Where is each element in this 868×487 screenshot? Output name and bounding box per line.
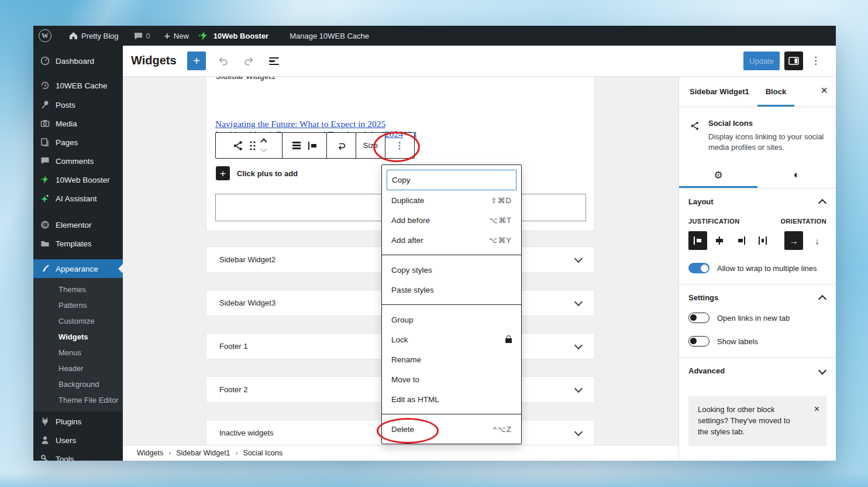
submenu-item-widgets[interactable]: Widgets [33,329,123,345]
submenu-item-themes[interactable]: Themes [33,282,123,297]
social-icons-block-icon[interactable] [232,140,244,152]
move-up-icon[interactable] [260,138,267,145]
redo-button[interactable] [243,56,254,68]
panel-tabs: Sidebar Widget1 Block × [679,76,836,107]
justify-center-button[interactable] [710,231,729,250]
open-links-new-tab-toggle[interactable] [688,313,709,323]
sidebar-item-pages[interactable]: Pages [33,133,123,152]
settings-panel-toggle-button[interactable] [784,52,803,70]
sidebar-item-10web-cache[interactable]: 10WEB Cache [33,76,123,95]
submenu-item-background[interactable]: Background [33,376,123,392]
menu-item-paste-styles[interactable]: Paste styles [382,280,521,300]
chevron-down-icon[interactable] [574,254,583,262]
orientation-vertical-button[interactable]: ↓ [808,231,826,250]
submenu-item-theme-file-editor[interactable]: Theme File Editor [33,392,123,408]
sidebar-item-10web-booster[interactable]: 10Web Booster [33,170,123,189]
comments-shortcut[interactable]: 0 [134,32,150,40]
site-name-link[interactable]: Pretty Blog [69,32,119,40]
elementor-icon [40,220,50,229]
show-labels-toggle[interactable] [688,336,709,347]
new-content-button[interactable]: + New [164,31,189,41]
update-button[interactable]: Update [743,52,780,70]
annotation-circle-options-button [373,132,420,162]
options-menu-button[interactable]: ⋮ [811,54,821,67]
align-icon[interactable] [308,141,317,150]
menu-item-edit-as-html[interactable]: Edit as HTML [382,389,521,409]
sidebar-item-plugins[interactable]: Plugins [33,412,123,431]
breadcrumb-social-icons[interactable]: Social Icons [243,449,283,457]
open-links-new-tab-label: Open links in new tab [717,314,790,323]
menu-item-duplicate[interactable]: Duplicate⇧⌘D [382,190,521,210]
justify-items-icon[interactable] [292,140,301,150]
advanced-section-header[interactable]: Advanced [688,366,826,375]
close-panel-button[interactable]: × [821,84,828,97]
manage-cache-link[interactable]: Manage 10WEB Cache [290,32,369,40]
plus-icon: + [193,55,200,67]
justify-space-between-button[interactable] [753,231,772,250]
menu-item-lock[interactable]: Lock [382,330,521,349]
tab-block[interactable]: Block [766,76,786,107]
chevron-up-icon [818,295,826,303]
add-block-button[interactable]: + [187,52,206,70]
lightning-icon [40,175,50,184]
tab-settings[interactable]: ⚙ [679,162,757,188]
chevron-down-icon[interactable] [574,341,583,349]
chevron-down-icon[interactable] [574,427,583,435]
sidebar-item-media[interactable]: Media [33,114,123,133]
tab-styles[interactable]: ◐ [757,162,836,188]
transform-block-icon[interactable] [336,140,347,151]
undo-button[interactable] [218,56,229,68]
chevron-down-icon[interactable] [574,384,583,392]
menu-item-rename[interactable]: Rename [382,349,521,369]
toolbar-group-align [283,133,327,158]
menu-item-copy[interactable]: Copy [387,170,516,190]
justify-left-button[interactable] [688,231,707,250]
arrow-right-icon: → [790,236,798,246]
sidebar-item-templates[interactable]: Templates [33,234,123,253]
menu-divider [382,255,521,255]
post-link-2025[interactable]: Navigating the Future: What to Expect in… [215,119,385,129]
sidebar-item-ai-assistant[interactable]: AI Assistant [33,189,123,208]
camera-icon [40,119,50,128]
toolbar-group-transform [327,133,356,158]
sidebar-item-dashboard[interactable]: Dashboard [33,52,123,70]
sidebar-item-tools[interactable]: Tools [33,450,123,461]
justify-right-button[interactable] [732,231,750,250]
editor-content: Sidebar Widget1 Navigating the Future: W… [123,76,678,461]
menu-item-group[interactable]: Group [382,310,521,330]
submenu-item-patterns[interactable]: Patterns [33,297,123,313]
submenu-item-menus[interactable]: Menus [33,345,123,361]
submenu-item-customize[interactable]: Customize [33,313,123,329]
block-movers[interactable] [261,139,266,152]
inline-add-block-button[interactable]: + [216,166,230,180]
menu-item-move-to[interactable]: Move to [382,369,521,389]
sidebar-item-appearance[interactable]: Appearance [33,259,123,278]
wrap-toggle-label: Allow to wrap to multiple lines [717,264,817,273]
justification-label: JUSTIFICATION [688,218,740,225]
breadcrumb-sidebar-widget1[interactable]: Sidebar Widget1 [176,449,230,457]
wordpress-logo-icon[interactable]: W [39,29,51,42]
wrap-toggle[interactable] [688,263,709,273]
menu-item-copy-styles[interactable]: Copy styles [382,260,521,280]
layout-section-header[interactable]: Layout [688,197,826,206]
sidebar-item-elementor[interactable]: Elementor [33,215,123,234]
settings-section-header[interactable]: Settings [688,293,826,302]
sidebar-item-users[interactable]: Users [33,431,123,450]
drag-handle-icon[interactable] [249,140,256,151]
move-down-icon[interactable] [260,146,267,152]
list-view-button[interactable] [269,57,279,67]
orientation-horizontal-button[interactable]: → [784,231,803,250]
breadcrumb-widgets[interactable]: Widgets [137,449,163,457]
menu-item-add-after[interactable]: Add after⌥⌘Y [382,230,521,250]
home-icon [69,32,78,40]
background-band [0,472,868,487]
tab-sidebar-widget1[interactable]: Sidebar Widget1 [690,87,749,96]
sidebar-panel-icon [788,57,799,65]
sidebar-item-comments[interactable]: Comments [33,152,123,170]
submenu-item-header[interactable]: Header [33,361,123,376]
booster-toolbar-item[interactable]: 10Web Booster [198,32,268,40]
sidebar-item-posts[interactable]: Posts [33,95,123,114]
menu-item-add-before[interactable]: Add before⌥⌘T [382,210,521,230]
chevron-down-icon[interactable] [574,297,583,306]
dismiss-notice-button[interactable]: × [814,402,819,416]
